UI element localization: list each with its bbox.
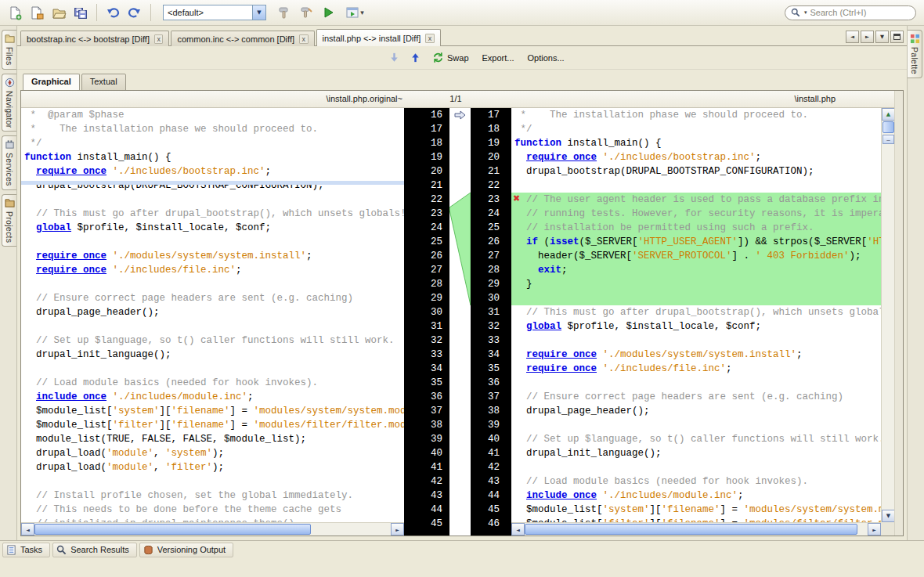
configuration-value: <default> bbox=[164, 8, 252, 17]
save-all-button[interactable] bbox=[70, 2, 91, 23]
scroll-up-button[interactable]: ▲ bbox=[882, 108, 895, 121]
tab-scroll-left-button[interactable]: ◄ bbox=[846, 31, 859, 43]
document-tab[interactable]: common.inc <-> common [Diff]x bbox=[171, 31, 314, 46]
sidebar-tab-services[interactable]: Services bbox=[2, 135, 16, 190]
maximize-window-button[interactable] bbox=[890, 31, 904, 43]
difference-marker-arrow-icon[interactable] bbox=[454, 110, 466, 121]
code-line bbox=[21, 319, 404, 334]
new-project-icon bbox=[30, 5, 45, 20]
code-line bbox=[21, 362, 404, 376]
sidebar-tab-palette[interactable]: Palette bbox=[908, 30, 922, 78]
files-icon bbox=[5, 34, 15, 44]
discard-change-icon[interactable]: ✖ bbox=[513, 193, 520, 204]
code-line: // Set up $language, so t() caller funct… bbox=[511, 432, 881, 446]
scroll-down-button[interactable]: ▼ bbox=[882, 510, 895, 522]
line-number: 20 bbox=[404, 164, 449, 179]
line-number: 23 bbox=[471, 193, 511, 207]
scroll-left-button[interactable]: ◄ bbox=[21, 523, 34, 536]
open-project-icon bbox=[52, 5, 67, 20]
sidebar-tab-projects[interactable]: Projects bbox=[2, 194, 16, 247]
search-input[interactable] bbox=[810, 8, 903, 17]
horizontal-scrollbar-thumb[interactable] bbox=[34, 524, 311, 535]
tab-scroll-left-icon: ◄ bbox=[850, 34, 854, 40]
search-scope-caret-icon[interactable]: ▾ bbox=[804, 9, 807, 16]
tab-graphical[interactable]: Graphical bbox=[23, 74, 80, 91]
modified-horizontal-scrollbar[interactable]: ◄ ► bbox=[511, 522, 881, 536]
original-file-name: \install.php.original~ bbox=[21, 94, 402, 103]
next-difference-button[interactable] bbox=[385, 49, 402, 67]
code-line: global $profile, $install_locale, $conf; bbox=[511, 319, 881, 334]
open-project-button[interactable] bbox=[49, 2, 69, 23]
main-toolbar: <default> ▼ ▾ ▾ bbox=[0, 0, 924, 26]
new-file-button[interactable] bbox=[5, 2, 25, 23]
document-tab[interactable]: bootstrap.inc <-> bootstrap [Diff]x bbox=[20, 31, 169, 46]
line-number: 34 bbox=[404, 362, 449, 376]
horizontal-scrollbar-thumb[interactable] bbox=[525, 524, 857, 535]
scroll-right-button[interactable]: ► bbox=[868, 523, 881, 536]
sidebar-tab-files[interactable]: Files bbox=[2, 30, 16, 70]
line-number: 36 bbox=[471, 376, 511, 390]
caret-down-icon[interactable]: ▾ bbox=[360, 9, 364, 16]
scrollbar-split-button[interactable]: ‒ bbox=[882, 135, 894, 144]
line-number: 41 bbox=[471, 446, 511, 460]
sidebar-tab-label: Navigator bbox=[5, 91, 14, 128]
line-number: 40 bbox=[404, 446, 449, 460]
quick-search[interactable]: ▾ bbox=[785, 5, 916, 20]
code-line: $module_list['system']['filename'] = 'mo… bbox=[511, 503, 881, 517]
undo-button[interactable] bbox=[103, 2, 123, 23]
original-code-pane[interactable]: * @param $phase * The installation phase… bbox=[21, 108, 404, 522]
previous-difference-button[interactable] bbox=[406, 49, 424, 67]
code-line: drupal_load('module', 'filter'); bbox=[21, 460, 404, 474]
code-line: if (isset($_SERVER['HTTP_USER_AGENT']) &… bbox=[511, 235, 881, 249]
line-number: 26 bbox=[471, 235, 511, 249]
code-line: drupal_bootstrap(DRUPAL_BOOTSTRAP_CONFIG… bbox=[511, 164, 881, 179]
new-project-button[interactable] bbox=[27, 2, 47, 23]
run-project-button[interactable] bbox=[318, 2, 338, 23]
vertical-scrollbar-thumb[interactable] bbox=[882, 121, 894, 133]
scrollbar-corner bbox=[881, 522, 894, 536]
bottom-tab-tasks[interactable]: Tasks bbox=[2, 543, 50, 557]
code-line: // Load module basics (needed for hook i… bbox=[21, 376, 404, 390]
line-number: 38 bbox=[404, 418, 449, 432]
line-number: 29 bbox=[471, 277, 511, 291]
modified-code-pane[interactable]: ✖ * The installation phase we should pro… bbox=[511, 108, 881, 522]
redo-button[interactable] bbox=[125, 2, 145, 23]
tab-scroll-right-icon: ► bbox=[865, 34, 869, 40]
tab-list-icon: ▼ bbox=[880, 34, 884, 40]
line-number: 37 bbox=[404, 404, 449, 418]
build-project-button[interactable] bbox=[274, 2, 294, 23]
export-button[interactable]: Export... bbox=[478, 51, 519, 65]
maximize-window-icon bbox=[893, 34, 901, 40]
code-line: require_once './includes/bootstrap.inc'; bbox=[21, 164, 404, 179]
close-tab-icon[interactable]: x bbox=[299, 34, 309, 44]
original-horizontal-scrollbar[interactable]: ◄ ► bbox=[21, 522, 404, 536]
code-line bbox=[511, 418, 881, 432]
combo-arrow-icon[interactable]: ▼ bbox=[252, 5, 265, 20]
close-tab-icon[interactable]: x bbox=[425, 34, 435, 43]
close-tab-icon[interactable]: x bbox=[154, 34, 164, 44]
line-number: 22 bbox=[471, 179, 511, 193]
scroll-right-button[interactable]: ► bbox=[391, 523, 404, 536]
tab-textual[interactable]: Textual bbox=[81, 74, 126, 91]
tab-scroll-right-button[interactable]: ► bbox=[861, 31, 874, 43]
document-tab[interactable]: install.php <-> install [Diff]x bbox=[316, 29, 441, 46]
code-line: exit; bbox=[511, 263, 881, 277]
line-number: 41 bbox=[404, 460, 449, 474]
debug-project-button[interactable]: ▾ bbox=[340, 2, 370, 23]
code-line: function install_main() { bbox=[21, 150, 404, 164]
search-icon bbox=[791, 8, 800, 17]
export-button-label: Export... bbox=[482, 53, 514, 63]
swap-button[interactable]: Swap bbox=[428, 49, 474, 66]
bottom-tab-versioning-output[interactable]: Versioning Output bbox=[139, 543, 233, 557]
vertical-scrollbar[interactable]: ▲ ‒ ▼ bbox=[881, 108, 894, 522]
options-button[interactable]: Options... bbox=[523, 51, 569, 65]
line-number: 43 bbox=[404, 489, 449, 503]
sidebar-tab-navigator[interactable]: Navigator bbox=[2, 74, 16, 132]
scroll-left-button[interactable]: ◄ bbox=[511, 523, 525, 536]
tab-list-button[interactable]: ▼ bbox=[875, 31, 889, 43]
clean-build-project-button[interactable] bbox=[296, 2, 316, 23]
run-icon bbox=[321, 5, 335, 20]
new-file-icon bbox=[8, 5, 23, 20]
bottom-tab-search-results[interactable]: Search Results bbox=[52, 543, 137, 557]
configuration-dropdown[interactable]: <default> ▼ bbox=[163, 5, 266, 20]
